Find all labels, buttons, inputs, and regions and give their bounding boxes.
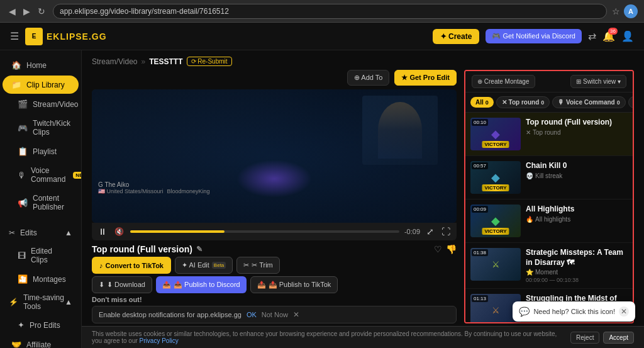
filter-top-round[interactable]: ✕ Top round 0 xyxy=(496,96,550,108)
hamburger-icon[interactable]: ☰ xyxy=(10,30,19,42)
sidebar-item-affiliate[interactable]: 🤝 Affiliate xyxy=(3,335,79,348)
privacy-policy-link[interactable]: Privacy Policy xyxy=(140,337,179,344)
video-container: ⊕ Add To ★ Get Pro Edit G The xyxy=(92,70,457,323)
ai-edit-label: ✦ AI Edit xyxy=(182,261,209,269)
notif-not-now-button[interactable]: Not Now xyxy=(262,311,288,318)
breadcrumb: Stream/Video » TESSTTT ⟳ Re-Submit xyxy=(82,50,644,70)
help-close-button[interactable]: ✕ xyxy=(619,306,629,317)
clips-header: ⊕ Create Montage ⊞ Switch view ▾ xyxy=(465,71,633,93)
discord-notif-button[interactable]: 🎮 Get Notified via Discord xyxy=(486,29,582,43)
breadcrumb-current: TESSTTT xyxy=(149,57,182,66)
dislike-button[interactable]: 👎 xyxy=(446,244,457,254)
clip-title-4: Strategic Missteps: A Team in Disarray 🗺 xyxy=(526,248,628,267)
home-icon: 🏠 xyxy=(11,60,21,70)
sidebar-pro-label: Pro Edits xyxy=(30,321,60,330)
create-montage-button[interactable]: ⊕ Create Montage xyxy=(472,75,535,88)
filter-voice-command[interactable]: 🎙 Voice Command 0 xyxy=(552,96,625,108)
filter-top-count: 0 xyxy=(541,99,544,106)
filter-all[interactable]: All 0 xyxy=(470,97,494,108)
sidebar-item-stream-video[interactable]: 🎬 Stream/Video xyxy=(3,95,79,113)
tools-icon: ⚡ xyxy=(9,298,18,306)
user-button[interactable]: 👤 xyxy=(621,30,634,42)
edit-title-icon[interactable]: ✎ xyxy=(196,245,203,254)
sidebar-tools-toggle[interactable]: ⚡ Time-saving Tools ▲ xyxy=(0,289,81,315)
filter-kill-streak[interactable]: ✕ Kill streak 0 xyxy=(628,96,633,108)
playlist-icon: 📋 xyxy=(18,147,28,156)
sidebar-voice-label: Voice Command xyxy=(31,166,65,184)
volume-button[interactable]: 🔇 xyxy=(113,226,125,237)
clip-thumb-3: ◆ VICTORY 00:09 xyxy=(470,205,521,237)
help-bubble: 💬 Need help? Click this icon! ✕ xyxy=(513,301,634,322)
notif-text: Enable desktop notifications for app.ekl… xyxy=(99,311,242,318)
publisher-icon: 📢 xyxy=(18,198,28,208)
sidebar-item-montages[interactable]: 🎦 Montages xyxy=(3,270,79,288)
switch-view-button[interactable]: ⊞ Switch view ▾ xyxy=(570,75,626,88)
reload-button[interactable]: ↻ xyxy=(35,5,48,18)
breadcrumb-stream-video[interactable]: Stream/Video xyxy=(92,57,138,66)
sidebar-item-twitch[interactable]: 🎮 Twitch/Kick Clips xyxy=(3,115,79,141)
reject-cookies-button[interactable]: Reject xyxy=(570,332,599,344)
clip-thumb-4: ⚔ 01:38 xyxy=(470,248,521,281)
sidebar-publisher-label: Content Publisher xyxy=(33,194,70,211)
get-pro-edit-button[interactable]: ★ Get Pro Edit xyxy=(394,70,457,86)
sidebar-item-playlist[interactable]: 📋 Playlist xyxy=(3,142,79,160)
ai-edit-button[interactable]: ✦ AI Edit Beta xyxy=(175,257,233,274)
cat-label-4: Moment xyxy=(535,269,558,276)
notifications-button[interactable]: 🔔36 xyxy=(602,30,615,42)
game-gfx-4: ⚔ xyxy=(492,259,500,269)
filter-all-count: 0 xyxy=(486,99,489,106)
sidebar-edits-label: Edits xyxy=(20,228,37,237)
star-button[interactable]: ☆ xyxy=(612,6,620,16)
clip-category-3: 🔥 All highlights xyxy=(526,216,628,223)
accept-cookies-button[interactable]: Accept xyxy=(603,332,634,344)
share-button[interactable]: ⇄ xyxy=(588,30,596,42)
like-button[interactable]: ♡ xyxy=(434,244,442,254)
sidebar-item-pro-edits[interactable]: ✦ Pro Edits xyxy=(3,316,79,334)
sidebar-item-clip-library[interactable]: 📁 Clip Library xyxy=(3,76,79,94)
resubmit-badge[interactable]: ⟳ Re-Submit xyxy=(187,57,232,66)
sidebar-item-voice-command[interactable]: 🎙 Voice Command NEW xyxy=(3,162,79,188)
logo-icon: E xyxy=(25,28,43,45)
convert-tiktok-label: Convert to TikTok xyxy=(106,262,164,269)
download-button[interactable]: ⬇ ⬇ Download xyxy=(92,276,152,293)
fullscreen-button[interactable]: ⛶ xyxy=(440,225,452,238)
cat-icon-2: 💀 xyxy=(526,172,533,179)
create-button[interactable]: ✦ Create xyxy=(433,29,480,44)
montages-icon: 🎦 xyxy=(18,274,28,284)
publish-discord-button[interactable]: 📤 📤 Publish to Discord xyxy=(156,276,247,293)
clip-library-icon: 📁 xyxy=(11,80,21,89)
resize-button[interactable]: ⤢ xyxy=(425,225,435,238)
address-bar[interactable] xyxy=(53,4,607,19)
sidebar-affiliate-label: Affiliate xyxy=(26,340,51,349)
game-overlay xyxy=(92,89,457,223)
voice-icon: 🎙 xyxy=(18,171,26,180)
main-content: Stream/Video » TESSTTT ⟳ Re-Submit ⊕ Add… xyxy=(82,50,644,348)
sidebar-item-edited-clips[interactable]: 🎞 Edited Clips xyxy=(3,242,79,269)
notif-ok-button[interactable]: OK xyxy=(247,311,257,318)
sidebar-item-content-publisher[interactable]: 📢 Content Publisher xyxy=(3,189,79,216)
edited-clips-icon: 🎞 xyxy=(18,251,26,261)
list-item[interactable]: ⚔ 01:38 Strategic Missteps: A Team in Di… xyxy=(465,243,633,289)
video-player[interactable]: G The Aiko 🇺🇸 United States/Missouri Blo… xyxy=(92,89,457,223)
back-button[interactable]: ◀ xyxy=(6,5,18,18)
sidebar-edits-toggle[interactable]: ✂ Edits ▲ xyxy=(0,224,81,242)
add-to-button[interactable]: ⊕ Add To xyxy=(347,70,390,86)
list-item[interactable]: ◆ VICTORY 00:10 Top round (Full version)… xyxy=(465,113,633,156)
clip-info-4: Strategic Missteps: A Team in Disarray 🗺… xyxy=(526,248,628,283)
list-item[interactable]: ◆ VICTORY 00:09 All Highlights 🔥 All hig… xyxy=(465,199,633,243)
play-pause-button[interactable]: ⏸ xyxy=(97,225,108,238)
fwd-button[interactable]: ▶ xyxy=(21,5,33,18)
publish-tiktok-button[interactable]: 📤 📤 Publish to TikTok xyxy=(250,276,338,293)
progress-bar[interactable] xyxy=(130,230,399,233)
publish-tiktok-label: 📤 Publish to TikTok xyxy=(269,281,331,289)
convert-tiktok-button[interactable]: ♪ Convert to TikTok xyxy=(92,257,171,274)
video-section: ⊕ Add To ★ Get Pro Edit G The xyxy=(82,70,644,326)
browser-profile: A xyxy=(624,4,638,18)
sidebar-item-home[interactable]: 🏠 Home xyxy=(3,56,79,74)
publish-discord-label: 📤 Publish to Discord xyxy=(174,281,240,289)
clip-duration-2: 00:57 xyxy=(472,162,488,169)
list-item[interactable]: ◆ VICTORY 00:57 Chain Kill 0 💀 Kill stre… xyxy=(465,156,633,199)
video-action-btns-2: ⬇ ⬇ Download 📤 📤 Publish to Discord 📤 📤 … xyxy=(92,276,457,293)
notif-close-button[interactable]: ✕ xyxy=(293,310,299,319)
trim-button[interactable]: ✂ ✂ Trim xyxy=(236,257,279,274)
